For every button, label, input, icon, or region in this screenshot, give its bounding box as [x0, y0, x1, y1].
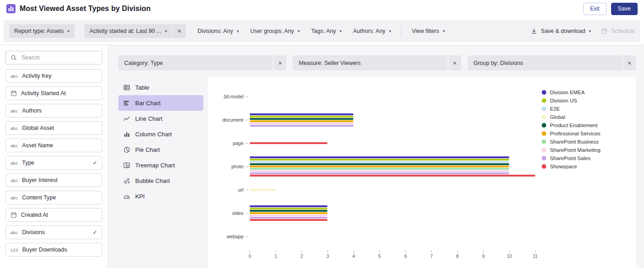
field-label: Content Type [22, 194, 56, 201]
text-type-icon: abc [11, 178, 18, 183]
filter-dropdown-tags-any[interactable]: Tags: Any▾ [311, 28, 342, 34]
bar-group-url [250, 178, 535, 201]
pill-label[interactable]: Category: Type [118, 55, 273, 70]
legend-item-showspace[interactable]: Showspace [542, 164, 629, 169]
bar-e2e[interactable] [250, 161, 509, 163]
bar-division-us[interactable] [250, 159, 509, 161]
chart-type-column-chart[interactable]: Column Chart [118, 126, 203, 142]
bar-sharepoint-sales[interactable] [250, 125, 354, 127]
bar-sharepoint-sales[interactable] [250, 217, 327, 219]
field-item-asset-name[interactable]: abcAsset Name [5, 139, 102, 152]
pill-label[interactable]: Measure: Seller Viewers [293, 55, 447, 70]
bar-division-us[interactable] [250, 208, 327, 209]
legend-swatch [542, 123, 546, 128]
field-item-content-type[interactable]: abcContent Type [5, 191, 102, 204]
pill-remove-button[interactable]: × [449, 55, 461, 70]
chart-type-pie-chart[interactable]: Pie Chart [118, 142, 203, 157]
legend-item-division-emea[interactable]: Division EMEA [542, 90, 629, 95]
text-type-icon: abc [11, 195, 18, 200]
pie-chart-icon [123, 146, 130, 153]
x-axis-tick: 4 [352, 251, 355, 259]
legend-item-product-enablement[interactable]: Product Enablement [542, 123, 629, 128]
report-type-dropdown[interactable]: Report type: Assets ▾ [9, 24, 74, 38]
search-input[interactable] [21, 54, 97, 61]
text-type-icon: abc [11, 108, 18, 113]
pill-label[interactable]: Group by: Divisions [468, 55, 622, 70]
field-item-created-at[interactable]: Created At [5, 208, 102, 222]
builder-pill-category-type: Category: Type × [118, 55, 286, 70]
legend-swatch [542, 148, 546, 152]
search-box[interactable] [5, 51, 102, 64]
bar-sharepoint-sales[interactable] [250, 172, 509, 174]
bar-division-us[interactable] [250, 116, 354, 118]
text-type-icon: abc [11, 230, 18, 235]
bar-sharepoint-business[interactable] [250, 168, 509, 170]
bar-showspace[interactable] [250, 175, 535, 177]
save-button[interactable]: Save [611, 3, 638, 15]
chart-type-label: Table [135, 84, 149, 91]
legend-item-professional-services[interactable]: Professional Services [542, 131, 629, 136]
bar-showspace[interactable] [250, 142, 327, 144]
field-item-activity-started-at[interactable]: Activity Started At [5, 86, 102, 100]
chart-type-line-chart[interactable]: Line Chart [118, 111, 203, 126]
chart-type-table[interactable]: Table [118, 80, 203, 95]
view-filters-dropdown[interactable]: View filters ▾ [412, 28, 445, 34]
chart-type-kpi[interactable]: KPI [118, 188, 203, 204]
legend-swatch [542, 139, 546, 144]
legend-label: Global [550, 114, 565, 120]
x-axis-tick: 10 [507, 251, 512, 259]
pill-remove-button[interactable]: × [623, 55, 636, 70]
field-item-buyer-interest[interactable]: abcBuyer Interest [5, 173, 102, 187]
schedule-button[interactable]: Schedule [601, 28, 635, 34]
bar-sharepoint-marketing[interactable] [250, 123, 354, 124]
builder-pills: Category: Type × Measure: Seller Viewers… [118, 55, 636, 70]
bar-showspace[interactable] [250, 219, 327, 221]
y-axis-tick [246, 236, 248, 237]
field-item-divisions[interactable]: abcDivisions✓ [5, 225, 102, 239]
field-item-authors[interactable]: abcAuthors [5, 104, 102, 118]
legend-item-e2e[interactable]: E2E [542, 106, 629, 112]
bar-product-enablement[interactable] [250, 163, 509, 165]
x-axis-tick: 7 [430, 251, 433, 259]
bar-professional-services[interactable] [250, 120, 354, 122]
field-item-activity-key[interactable]: abcActivity Key [5, 69, 102, 83]
y-axis-label: 3d-model [223, 94, 243, 99]
legend-swatch [542, 156, 546, 161]
filter-dropdown-divisions-any[interactable]: Divisions: Any▾ [197, 28, 238, 34]
filter-remove-button[interactable]: × [172, 24, 186, 38]
bar-professional-services[interactable] [250, 212, 327, 214]
bar-division-emea[interactable] [250, 205, 327, 207]
field-item-type[interactable]: abcType✓ [5, 156, 102, 170]
filter-dropdown[interactable]: Activity started at: Last 90 ...▾ [84, 24, 172, 38]
pill-remove-button[interactable]: × [274, 55, 286, 70]
filter-dropdown-authors-any[interactable]: Authors: Any▾ [353, 28, 391, 34]
legend-item-sharepoint-sales[interactable]: SharePoint Sales [542, 155, 629, 161]
bar-chart-plot: 3d-model document page photo url video w… [215, 85, 542, 268]
save-download-dropdown[interactable]: Save & download ▾ [531, 28, 591, 34]
y-axis-label: video [232, 210, 243, 216]
field-item-buyer-downloads[interactable]: 123Buyer Downloads [5, 243, 102, 257]
bar-professional-services[interactable] [250, 166, 509, 167]
chart-type-treemap-chart[interactable]: Treemap Chart [118, 157, 203, 173]
builder-pill-measure-seller-viewers: Measure: Seller Viewers × [293, 55, 461, 70]
legend-item-division-us[interactable]: Division US [542, 98, 629, 103]
exit-button[interactable]: Exit [583, 3, 607, 15]
bar-sharepoint-marketing[interactable] [250, 214, 327, 216]
bar-division-emea[interactable] [250, 113, 354, 115]
x-axis-tick: 3 [327, 251, 329, 259]
check-icon: ✓ [93, 229, 97, 236]
chevron-down-icon: ▾ [389, 29, 391, 33]
bar-product-enablement[interactable] [250, 118, 354, 120]
bar-division-emea[interactable] [250, 156, 509, 158]
legend-item-sharepoint-business[interactable]: SharePoint Business [542, 139, 629, 145]
chart-type-bar-chart[interactable]: Bar Chart [118, 95, 203, 111]
field-item-global-asset[interactable]: abcGlobal Asset [5, 121, 102, 135]
legend-item-sharepoint-marketing[interactable]: SharePoint Marketing [542, 147, 629, 153]
bar-sharepoint-marketing[interactable] [250, 170, 509, 172]
chart-type-bubble-chart[interactable]: Bubble Chart [118, 173, 203, 188]
legend-item-global[interactable]: Global [542, 114, 629, 120]
y-axis-tick [246, 166, 248, 167]
bar-product-enablement[interactable] [250, 210, 327, 212]
filter-dropdown-user-groups-any[interactable]: User groups: Any▾ [250, 28, 300, 34]
bar-global[interactable] [250, 189, 276, 191]
